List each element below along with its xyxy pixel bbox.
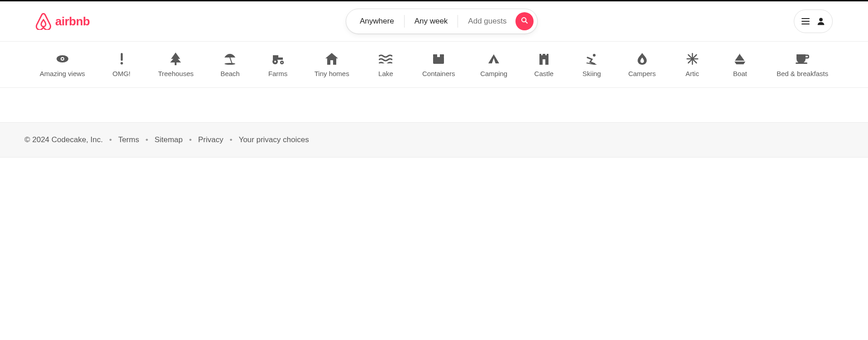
svg-point-5 xyxy=(819,18,823,21)
category-artic[interactable]: Artic xyxy=(677,51,708,79)
footer-link-terms[interactable]: Terms xyxy=(118,135,139,144)
footer-link-privacy-choices[interactable]: Your privacy choices xyxy=(238,135,309,144)
category-lake[interactable]: Lake xyxy=(370,51,401,79)
hamburger-icon xyxy=(801,18,810,25)
category-label: Artic xyxy=(686,70,699,77)
svg-point-20 xyxy=(281,62,283,63)
tractor-icon xyxy=(271,53,285,65)
category-label: Lake xyxy=(378,70,393,77)
category-nav: Amazing views OMG! Treehouses Beach Farm… xyxy=(0,42,868,88)
svg-rect-35 xyxy=(796,62,807,64)
brand-logo[interactable]: airbnb xyxy=(35,13,90,30)
user-icon xyxy=(816,16,826,26)
footer-link-sitemap[interactable]: Sitemap xyxy=(154,135,182,144)
category-label: Boat xyxy=(733,70,747,77)
footer-separator: • xyxy=(189,135,192,144)
category-farms[interactable]: Farms xyxy=(262,51,294,79)
category-label: Castle xyxy=(534,70,554,77)
cup-icon xyxy=(796,53,809,65)
category-label: Tiny homes xyxy=(315,70,349,77)
category-beach[interactable]: Beach xyxy=(214,51,246,79)
house-icon xyxy=(325,53,338,65)
user-menu[interactable] xyxy=(794,10,833,33)
footer-separator: • xyxy=(229,135,232,144)
svg-marker-34 xyxy=(740,54,744,61)
svg-rect-22 xyxy=(330,60,333,65)
search-button[interactable] xyxy=(515,12,534,30)
category-containers[interactable]: Containers xyxy=(418,51,460,79)
svg-marker-33 xyxy=(735,53,740,61)
category-label: Camping xyxy=(480,70,507,77)
category-label: Bed & breakfasts xyxy=(777,70,828,77)
category-campers[interactable]: Campers xyxy=(624,51,660,79)
footer: © 2024 Codecake, Inc. • Terms • Sitemap … xyxy=(0,122,868,158)
category-label: Campers xyxy=(628,70,656,77)
sailboat-icon xyxy=(734,53,746,65)
category-castle[interactable]: Castle xyxy=(528,51,560,79)
svg-point-18 xyxy=(274,61,276,62)
category-camping[interactable]: Camping xyxy=(476,51,512,79)
tree-icon xyxy=(170,53,181,65)
category-label: Treehouses xyxy=(158,70,194,77)
search-when[interactable]: Any week xyxy=(405,17,458,26)
svg-rect-9 xyxy=(120,53,122,61)
footer-link-privacy[interactable]: Privacy xyxy=(198,135,224,144)
svg-rect-12 xyxy=(175,62,176,65)
content-area xyxy=(0,88,868,122)
tent-icon xyxy=(487,53,500,65)
footer-separator: • xyxy=(145,135,148,144)
footer-separator: • xyxy=(109,135,112,144)
snowflake-icon xyxy=(687,53,698,65)
category-amazing-views[interactable]: Amazing views xyxy=(35,51,90,79)
airbnb-logo-icon xyxy=(35,13,52,30)
category-label: Amazing views xyxy=(40,70,85,77)
exclamation-icon xyxy=(119,53,124,65)
svg-marker-11 xyxy=(170,53,181,62)
castle-icon xyxy=(539,53,549,65)
category-tiny-homes[interactable]: Tiny homes xyxy=(310,51,354,79)
header: airbnb Anywhere Any week Add guests xyxy=(0,1,868,42)
fire-icon xyxy=(637,53,648,65)
category-skiing[interactable]: Skiing xyxy=(576,51,607,79)
svg-rect-25 xyxy=(437,54,440,57)
brand-name: airbnb xyxy=(55,14,90,29)
box-icon xyxy=(433,53,444,65)
svg-rect-16 xyxy=(278,57,283,60)
svg-line-1 xyxy=(526,21,528,23)
svg-point-27 xyxy=(593,54,596,57)
search-who[interactable]: Add guests xyxy=(458,17,513,26)
umbrella-icon xyxy=(224,53,236,65)
eye-icon xyxy=(56,53,69,65)
footer-copyright: © 2024 Codecake, Inc. xyxy=(24,135,103,144)
svg-point-14 xyxy=(224,63,235,65)
water-icon xyxy=(379,53,392,65)
svg-rect-23 xyxy=(433,57,444,64)
skiing-icon xyxy=(586,53,597,65)
category-bed-breakfasts[interactable]: Bed & breakfasts xyxy=(772,51,833,79)
category-label: OMG! xyxy=(113,70,131,77)
svg-rect-26 xyxy=(543,59,545,65)
category-treehouses[interactable]: Treehouses xyxy=(153,51,198,79)
svg-point-8 xyxy=(62,58,63,60)
category-label: Containers xyxy=(422,70,455,77)
svg-line-13 xyxy=(230,57,232,64)
category-label: Farms xyxy=(268,70,288,77)
category-label: Beach xyxy=(220,70,240,77)
category-omg[interactable]: OMG! xyxy=(106,51,138,79)
search-where[interactable]: Anywhere xyxy=(350,17,404,26)
svg-point-10 xyxy=(120,62,123,64)
category-label: Skiing xyxy=(582,70,601,77)
category-boat[interactable]: Boat xyxy=(724,51,756,79)
search-icon xyxy=(521,17,528,26)
search-bar: Anywhere Any week Add guests xyxy=(346,9,538,34)
